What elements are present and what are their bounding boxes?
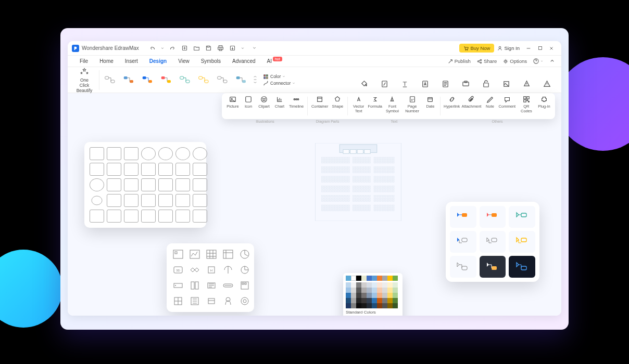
- misc-shape[interactable]: [222, 264, 234, 276]
- furniture-shape[interactable]: [175, 210, 190, 223]
- font-icon[interactable]: [421, 80, 429, 88]
- menu-design[interactable]: Design: [144, 58, 172, 64]
- color-swatch[interactable]: [387, 276, 393, 281]
- furniture-shape[interactable]: [175, 163, 190, 176]
- picture-button[interactable]: Picture: [225, 95, 241, 118]
- furniture-shape[interactable]: [90, 147, 104, 160]
- color-swatch[interactable]: [356, 282, 361, 288]
- color-swatch[interactable]: [361, 282, 367, 288]
- orientation-icon[interactable]: [462, 80, 470, 88]
- color-dropdown[interactable]: Color: [263, 74, 295, 80]
- furniture-shape[interactable]: [141, 210, 156, 223]
- page-size-icon[interactable]: [381, 80, 388, 88]
- misc-shape[interactable]: [238, 249, 251, 260]
- misc-shape[interactable]: [238, 264, 251, 276]
- furniture-shape[interactable]: [175, 194, 190, 207]
- color-swatch[interactable]: [356, 298, 361, 303]
- connector-dropdown[interactable]: Connector: [263, 81, 295, 86]
- warning-icon[interactable]: [543, 80, 551, 88]
- theme-swatch-8[interactable]: [234, 74, 250, 86]
- minimize-button[interactable]: [523, 43, 534, 54]
- furniture-shape[interactable]: [158, 178, 173, 191]
- color-swatch[interactable]: [372, 282, 377, 288]
- export-button[interactable]: [227, 45, 238, 51]
- theme-option-5[interactable]: [480, 231, 506, 253]
- furniture-shape[interactable]: [107, 210, 121, 223]
- misc-shape[interactable]: [222, 295, 234, 307]
- color-swatch[interactable]: [393, 276, 398, 281]
- undo-button[interactable]: [146, 45, 158, 51]
- background-icon[interactable]: [502, 80, 510, 88]
- snap-icon[interactable]: [523, 80, 531, 88]
- furniture-shape[interactable]: [141, 163, 156, 176]
- comment-button[interactable]: Comment: [498, 95, 517, 118]
- help-button[interactable]: [533, 58, 543, 64]
- furniture-shape[interactable]: [141, 194, 156, 207]
- color-swatch[interactable]: [382, 298, 387, 303]
- color-swatch[interactable]: [361, 276, 367, 281]
- date-button[interactable]: Date: [422, 95, 438, 118]
- menu-view[interactable]: View: [172, 58, 195, 64]
- color-swatch[interactable]: [393, 298, 398, 303]
- furniture-shape[interactable]: [158, 163, 173, 176]
- page-fit-icon[interactable]: [442, 80, 449, 88]
- qr-codes-button[interactable]: QR Codes: [517, 95, 536, 118]
- color-swatch[interactable]: [367, 288, 372, 293]
- color-swatch[interactable]: [377, 303, 382, 308]
- color-swatch[interactable]: [351, 288, 356, 293]
- color-swatch[interactable]: [382, 303, 387, 308]
- theme-option-3[interactable]: [509, 206, 535, 228]
- color-swatch[interactable]: [361, 303, 367, 308]
- furniture-shape[interactable]: [124, 147, 139, 160]
- menu-symbols[interactable]: Symbols: [195, 58, 227, 64]
- color-swatch[interactable]: [356, 276, 361, 281]
- furniture-shape[interactable]: [175, 178, 190, 191]
- color-swatch[interactable]: [377, 282, 382, 288]
- furniture-shape[interactable]: [90, 163, 104, 176]
- new-page-button[interactable]: [179, 45, 191, 51]
- theme-option-9[interactable]: [509, 256, 535, 278]
- color-swatch[interactable]: [382, 276, 387, 281]
- menu-advanced[interactable]: Advanced: [227, 58, 261, 64]
- theme-swatch-3[interactable]: [141, 74, 156, 86]
- misc-shape[interactable]: [188, 295, 201, 307]
- color-swatch[interactable]: [382, 293, 387, 298]
- page-number-button[interactable]: Page Number: [402, 95, 423, 118]
- color-swatch[interactable]: [356, 288, 361, 293]
- share-button[interactable]: Share: [477, 58, 497, 64]
- color-swatch[interactable]: [367, 282, 372, 288]
- furniture-shape[interactable]: [193, 147, 207, 160]
- furniture-shape[interactable]: [158, 194, 173, 207]
- misc-shape[interactable]: [172, 249, 184, 260]
- maximize-button[interactable]: [534, 43, 546, 54]
- export-dropdown[interactable]: [238, 47, 247, 50]
- buy-now-button[interactable]: Buy Now: [459, 44, 494, 53]
- color-swatch[interactable]: [367, 298, 372, 303]
- color-swatch[interactable]: [367, 293, 372, 298]
- color-swatch[interactable]: [387, 298, 393, 303]
- chart-button[interactable]: Chart: [272, 95, 287, 118]
- furniture-shape[interactable]: [141, 147, 156, 160]
- color-swatch[interactable]: [372, 276, 377, 281]
- furniture-shape[interactable]: [193, 210, 207, 223]
- misc-shape[interactable]: [188, 264, 201, 276]
- open-button[interactable]: [191, 45, 203, 51]
- theme-swatch-7[interactable]: [216, 74, 231, 86]
- qat-more-dropdown[interactable]: [250, 46, 259, 50]
- misc-shape[interactable]: [205, 295, 218, 307]
- color-swatch[interactable]: [393, 288, 398, 293]
- timeline-button[interactable]: Timeline: [287, 95, 305, 118]
- menu-insert[interactable]: Insert: [119, 58, 144, 64]
- color-swatch[interactable]: [393, 303, 398, 308]
- color-swatch[interactable]: [382, 288, 387, 293]
- color-swatch[interactable]: [377, 298, 382, 303]
- color-swatch[interactable]: [372, 293, 377, 298]
- misc-shape[interactable]: [205, 249, 218, 260]
- color-swatch[interactable]: [351, 303, 356, 308]
- misc-shape[interactable]: [222, 249, 234, 260]
- color-swatch[interactable]: [351, 298, 356, 303]
- misc-shape[interactable]: H: [205, 264, 218, 276]
- close-button[interactable]: [546, 43, 557, 54]
- furniture-shape[interactable]: [107, 147, 121, 160]
- color-swatch[interactable]: [346, 276, 351, 281]
